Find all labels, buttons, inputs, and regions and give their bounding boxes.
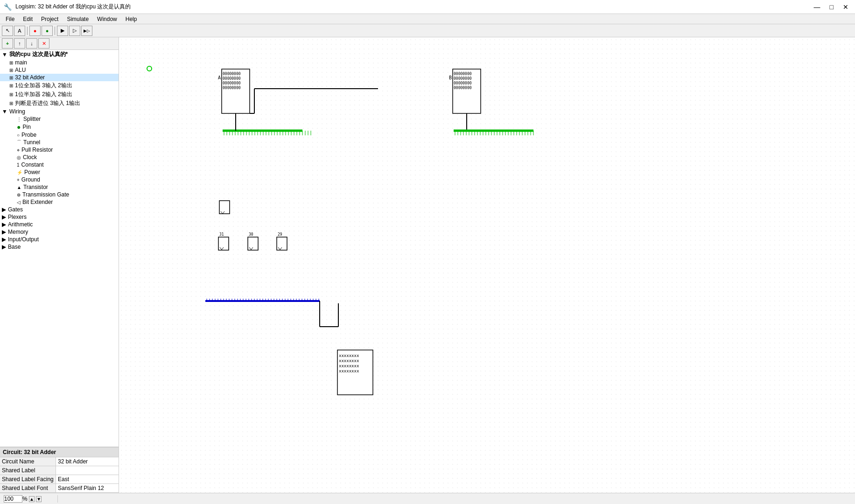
- tree-item-splitter[interactable]: ⋮ Splitter: [0, 115, 119, 123]
- prop-value-shared-label[interactable]: [56, 466, 119, 475]
- tree-item-full-adder[interactable]: ⊞ 1位全加器 3输入 2输出: [0, 81, 119, 90]
- svg-text:xxxxxxxx: xxxxxxxx: [339, 353, 359, 358]
- tree-item-power[interactable]: ⚡ Power: [0, 168, 119, 176]
- step-button[interactable]: ▶: [57, 26, 68, 36]
- move-up-button[interactable]: ↑: [14, 38, 25, 49]
- zoom-down-button[interactable]: ▼: [36, 496, 42, 502]
- tree-item-tunnel[interactable]: ⌒ Tunnel: [0, 139, 119, 146]
- transistor-icon: ▲: [17, 185, 21, 190]
- prop-row-shared-label-facing: Shared Label Facing East: [0, 475, 119, 484]
- tree-item-half-adder[interactable]: ⊞ 1位半加器 2输入 2输出: [0, 90, 119, 99]
- delete-circuit-button[interactable]: ✕: [38, 38, 49, 49]
- tree-item-probe[interactable]: ○ Probe: [0, 131, 119, 139]
- tree-item-ground[interactable]: + Ground: [0, 176, 119, 183]
- status-zoom-display: % ▲ ▼: [2, 495, 58, 503]
- zoom-input[interactable]: [4, 495, 22, 503]
- tree-label-probe: Probe: [21, 132, 36, 138]
- tree-root[interactable]: ▼ 我的cpu 这次是认真的*: [0, 50, 119, 59]
- canvas-svg: A 00000000 00000000 00000000 00000000: [119, 37, 855, 493]
- svg-text:xxxxxxxx: xxxxxxxx: [339, 364, 359, 368]
- tree-item-alu[interactable]: ⊞ ALU: [0, 66, 119, 74]
- text-tool-button[interactable]: A: [14, 26, 25, 36]
- app-icon: 🔧: [4, 3, 12, 11]
- transgate-icon: ⊛: [17, 192, 21, 197]
- root-label: 我的cpu 这次是认真的*: [9, 50, 68, 58]
- svg-text:00000000: 00000000: [454, 77, 472, 81]
- tree-label-carry: 判断是否进位 3输入 1输出: [15, 99, 80, 107]
- pin-icon: ●: [17, 123, 21, 131]
- tree-folder-memory[interactable]: ▶ Memory: [0, 228, 119, 236]
- tree-item-32bit-adder[interactable]: ⊞ 32 bit Adder: [0, 74, 119, 81]
- tree-folder-base[interactable]: ▶ Base: [0, 243, 119, 251]
- tree-folder-gates[interactable]: ▶ Gates: [0, 206, 119, 213]
- tree-item-pin[interactable]: ● Pin: [0, 123, 119, 131]
- tree-label-plexers: Plexers: [8, 214, 27, 220]
- tree-item-main[interactable]: ⊞ main: [0, 59, 119, 66]
- tree-folder-plexers[interactable]: ▶ Plexers: [0, 213, 119, 221]
- prop-row-shared-label: Shared Label: [0, 466, 119, 475]
- tree-label-splitter: Splitter: [23, 116, 41, 122]
- zoom-up-button[interactable]: ▲: [29, 496, 35, 502]
- tree-item-constant[interactable]: 1 Constant: [0, 161, 119, 168]
- sidebar: + ↑ ↓ ✕ ▼ 我的cpu 这次是认真的* ⊞ main ⊞ ALU: [0, 37, 119, 493]
- tree-label-ground: Ground: [21, 176, 40, 183]
- simulate-run-button[interactable]: ●: [42, 26, 53, 36]
- svg-text:31: 31: [219, 232, 224, 237]
- circuit-icon: ⊞: [9, 83, 13, 88]
- prop-value-circuit-name[interactable]: 32 bit Adder: [56, 457, 119, 466]
- svg-rect-135: [337, 350, 373, 395]
- tree-item-clock[interactable]: ◎ Clock: [0, 154, 119, 161]
- tree-label-wiring: Wiring: [9, 108, 25, 115]
- svg-rect-1: [119, 37, 855, 493]
- tree-item-transistor[interactable]: ▲ Transistor: [0, 183, 119, 191]
- root-expand-icon: ▼: [2, 51, 7, 58]
- svg-rect-3: [222, 69, 250, 113]
- svg-text:00000000: 00000000: [223, 77, 241, 81]
- svg-text:00000000: 00000000: [454, 72, 472, 76]
- properties-title: Circuit: 32 bit Adder: [0, 448, 119, 457]
- tree-item-pull-resistor[interactable]: ⋄ Pull Resistor: [0, 146, 119, 154]
- prop-value-font[interactable]: SansSerif Plain 12: [56, 484, 119, 492]
- prop-value-facing[interactable]: East: [56, 475, 119, 483]
- tree-label-half-adder: 1位半加器 2输入 2输出: [15, 91, 72, 98]
- tree-folder-wiring[interactable]: ▼ Wiring: [0, 108, 119, 115]
- add-circuit-button[interactable]: +: [2, 38, 13, 49]
- tree-label-constant: Constant: [21, 161, 44, 168]
- close-button[interactable]: ✕: [840, 2, 851, 12]
- simulate-stop-button[interactable]: ●: [29, 26, 41, 36]
- menu-window[interactable]: Window: [93, 15, 121, 23]
- circuit-icon: ⊞: [9, 92, 13, 97]
- step-half-button[interactable]: ▷: [69, 26, 80, 36]
- clock-icon: ◎: [17, 155, 21, 160]
- canvas-area[interactable]: A 00000000 00000000 00000000 00000000: [119, 37, 855, 493]
- move-down-button[interactable]: ↓: [26, 38, 37, 49]
- toolbar: ↖ A ● ● ▶ ▷ ▶▷: [0, 24, 855, 37]
- tree-folder-arithmetic[interactable]: ▶ Arithmetic: [0, 221, 119, 228]
- tree-label-pull-resistor: Pull Resistor: [21, 147, 53, 153]
- svg-rect-89: [277, 237, 287, 250]
- menu-help[interactable]: Help: [122, 15, 141, 23]
- probe-icon: ○: [17, 133, 20, 138]
- resistor-icon: ⋄: [17, 147, 20, 153]
- tree-label-transistor: Transistor: [23, 184, 48, 190]
- tree-item-bit-extender[interactable]: ◁ Bit Extender: [0, 198, 119, 206]
- tree-item-carry[interactable]: ⊞ 判断是否进位 3输入 1输出: [0, 99, 119, 108]
- circuit-tree: ▼ 我的cpu 这次是认真的* ⊞ main ⊞ ALU ⊞ 32 bit Ad…: [0, 50, 119, 447]
- step-full-button[interactable]: ▶▷: [81, 26, 92, 36]
- tree-label-io: Input/Output: [8, 236, 39, 243]
- menu-edit[interactable]: Edit: [19, 15, 36, 23]
- prop-row-shared-label-font: Shared Label Font SansSerif Plain 12: [0, 484, 119, 493]
- minimize-button[interactable]: —: [811, 2, 823, 12]
- tree-item-trans-gate[interactable]: ⊛ Transmission Gate: [0, 191, 119, 198]
- prop-row-circuit-name: Circuit Name 32 bit Adder: [0, 457, 119, 466]
- statusbar: % ▲ ▼: [0, 493, 855, 504]
- prop-label-font: Shared Label Font: [0, 484, 56, 492]
- maximize-button[interactable]: □: [827, 2, 836, 12]
- menu-file[interactable]: File: [2, 15, 18, 23]
- tree-folder-inputoutput[interactable]: ▶ Input/Output: [0, 236, 119, 243]
- menu-simulate[interactable]: Simulate: [63, 15, 92, 23]
- wiring-expand-icon: ▼: [2, 108, 7, 115]
- splitter-icon: ⋮: [17, 117, 21, 122]
- menu-project[interactable]: Project: [37, 15, 62, 23]
- select-tool-button[interactable]: ↖: [2, 26, 13, 36]
